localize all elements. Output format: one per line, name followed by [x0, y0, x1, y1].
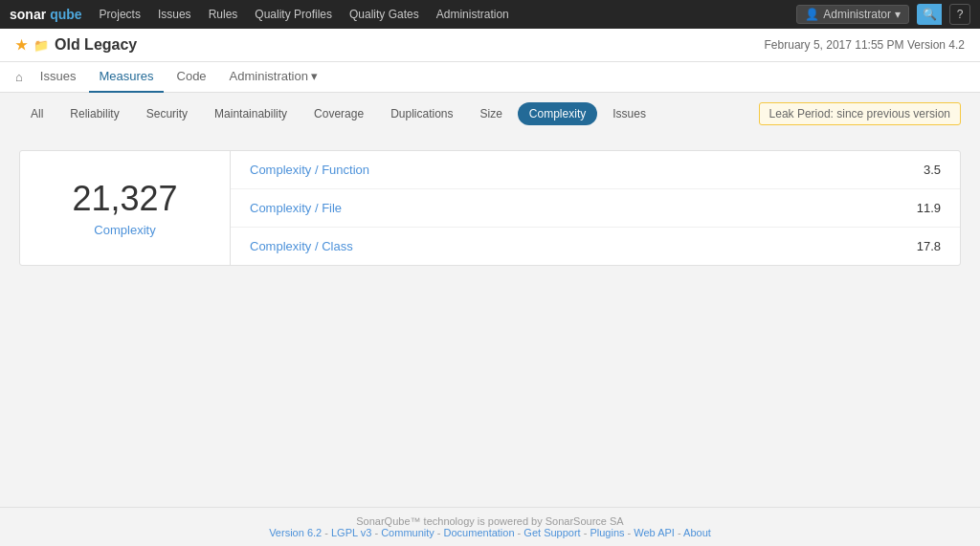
table-row: Complexity / File 11.9	[231, 189, 960, 228]
brand-qube: qube	[50, 7, 81, 22]
project-meta: February 5, 2017 11:55 PM Version 4.2	[765, 38, 965, 52]
tab-size[interactable]: Size	[469, 102, 514, 125]
project-header: ★ 📁 Old Legacy February 5, 2017 11:55 PM…	[0, 29, 980, 62]
help-icon: ?	[957, 8, 964, 21]
footer-community[interactable]: Community	[381, 527, 434, 538]
admin-label: Administrator	[823, 8, 891, 21]
secondary-nav-issues[interactable]: Issues	[31, 62, 86, 93]
complexity-main-value: 21,327	[72, 179, 177, 219]
complexity-file-label[interactable]: Complexity / File	[250, 201, 342, 215]
footer-line1: SonarQube™ technology is powered by Sona…	[8, 515, 972, 527]
complexity-main-label[interactable]: Complexity	[94, 223, 155, 237]
complexity-class-label[interactable]: Complexity / Class	[250, 239, 353, 253]
tab-bar: All Reliability Security Maintainability…	[0, 93, 980, 135]
metrics-right-panel: Complexity / Function 3.5 Complexity / F…	[231, 151, 960, 265]
tab-duplications[interactable]: Duplications	[379, 102, 464, 125]
secondary-navigation: ⌂ Issues Measures Code Administration ▾	[0, 62, 980, 93]
table-row: Complexity / Class 17.8	[231, 228, 960, 265]
complexity-function-value: 3.5	[924, 163, 941, 177]
tab-all[interactable]: All	[19, 102, 55, 125]
nav-quality-gates[interactable]: Quality Gates	[349, 8, 419, 21]
brand-sonar: sonar	[10, 7, 46, 22]
tab-complexity[interactable]: Complexity	[518, 102, 597, 125]
footer-about[interactable]: About	[683, 527, 711, 538]
complexity-file-value: 11.9	[917, 201, 941, 215]
nav-administration[interactable]: Administration	[436, 8, 509, 21]
secondary-nav-administration[interactable]: Administration ▾	[220, 62, 327, 93]
main-content: 21,327 Complexity Complexity / Function …	[0, 135, 980, 281]
project-folder-icon: 📁	[33, 38, 49, 53]
nav-projects[interactable]: Projects	[100, 8, 141, 21]
top-nav-left: sonarqube Projects Issues Rules Quality …	[10, 7, 509, 22]
search-icon: 🔍	[923, 8, 937, 21]
tab-issues[interactable]: Issues	[601, 102, 657, 125]
help-button[interactable]: ?	[949, 4, 970, 25]
brand-logo[interactable]: sonarqube	[10, 7, 82, 22]
administration-label: Administration	[230, 69, 308, 83]
nav-quality-profiles[interactable]: Quality Profiles	[255, 8, 332, 21]
tab-coverage[interactable]: Coverage	[302, 102, 375, 125]
admin-icon: 👤	[805, 8, 819, 21]
complexity-class-value: 17.8	[917, 239, 941, 253]
complexity-function-label[interactable]: Complexity / Function	[250, 163, 369, 177]
secondary-nav-code[interactable]: Code	[167, 62, 216, 93]
footer-line2: Version 6.2 - LGPL v3 - Community - Docu…	[8, 527, 972, 538]
footer-web-api[interactable]: Web API	[634, 527, 675, 538]
table-row: Complexity / Function 3.5	[231, 151, 960, 189]
home-icon[interactable]: ⌂	[15, 70, 23, 84]
page-footer: SonarQube™ technology is powered by Sona…	[0, 507, 980, 546]
favorite-star-icon[interactable]: ★	[15, 37, 28, 53]
leak-period-badge: Leak Period: since previous version	[759, 102, 961, 125]
project-title-container: ★ 📁 Old Legacy	[15, 36, 137, 54]
footer-version[interactable]: Version 6.2	[269, 527, 322, 538]
tab-maintainability[interactable]: Maintainability	[203, 102, 299, 125]
search-button[interactable]: 🔍	[917, 4, 942, 25]
footer-plugins[interactable]: Plugins	[590, 527, 624, 538]
footer-lgpl[interactable]: LGPL v3	[331, 527, 371, 538]
administration-chevron-icon: ▾	[311, 69, 318, 83]
tab-security[interactable]: Security	[135, 102, 199, 125]
metrics-card: 21,327 Complexity Complexity / Function …	[19, 150, 961, 266]
top-nav-right: 👤 Administrator ▾ 🔍 ?	[796, 4, 970, 25]
nav-issues[interactable]: Issues	[158, 8, 191, 21]
nav-rules[interactable]: Rules	[209, 8, 238, 21]
admin-dropdown-button[interactable]: 👤 Administrator ▾	[796, 5, 909, 24]
footer-get-support[interactable]: Get Support	[523, 527, 580, 538]
top-navigation: sonarqube Projects Issues Rules Quality …	[0, 0, 980, 29]
tabs-container: All Reliability Security Maintainability…	[19, 102, 657, 125]
tab-reliability[interactable]: Reliability	[58, 102, 130, 125]
secondary-nav-measures[interactable]: Measures	[89, 62, 163, 93]
chevron-down-icon: ▾	[895, 8, 901, 21]
footer-documentation[interactable]: Documentation	[444, 527, 515, 538]
project-title: Old Legacy	[55, 36, 137, 54]
metrics-left-panel: 21,327 Complexity	[20, 151, 231, 265]
